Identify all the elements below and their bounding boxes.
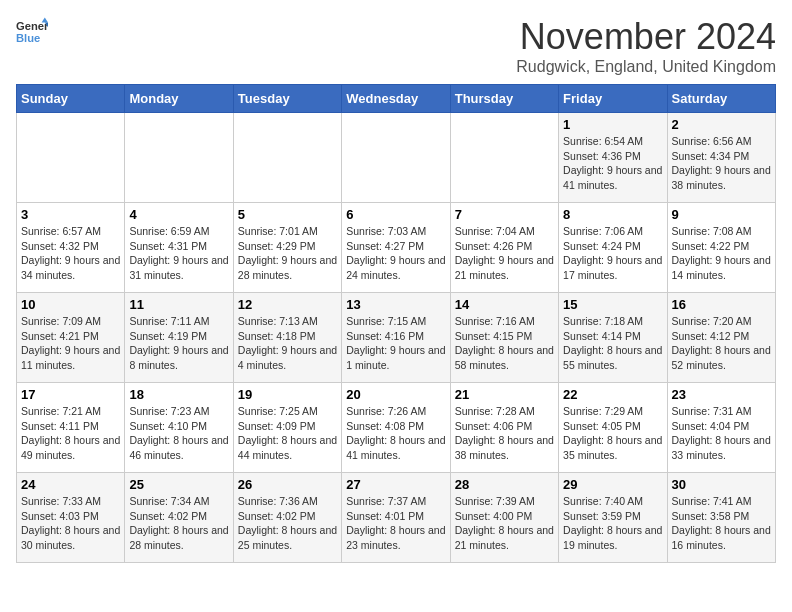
calendar-cell: 12Sunrise: 7:13 AM Sunset: 4:18 PM Dayli… (233, 293, 341, 383)
weekday-header-row: SundayMondayTuesdayWednesdayThursdayFrid… (17, 85, 776, 113)
month-title: November 2024 (516, 16, 776, 58)
calendar-cell: 26Sunrise: 7:36 AM Sunset: 4:02 PM Dayli… (233, 473, 341, 563)
calendar-cell: 25Sunrise: 7:34 AM Sunset: 4:02 PM Dayli… (125, 473, 233, 563)
day-number: 5 (238, 207, 337, 222)
day-info: Sunrise: 6:54 AM Sunset: 4:36 PM Dayligh… (563, 134, 662, 193)
day-number: 21 (455, 387, 554, 402)
day-number: 25 (129, 477, 228, 492)
day-info: Sunrise: 6:56 AM Sunset: 4:34 PM Dayligh… (672, 134, 771, 193)
day-number: 19 (238, 387, 337, 402)
calendar-cell: 13Sunrise: 7:15 AM Sunset: 4:16 PM Dayli… (342, 293, 450, 383)
day-info: Sunrise: 7:25 AM Sunset: 4:09 PM Dayligh… (238, 404, 337, 463)
calendar-cell (233, 113, 341, 203)
day-info: Sunrise: 7:01 AM Sunset: 4:29 PM Dayligh… (238, 224, 337, 283)
day-info: Sunrise: 7:06 AM Sunset: 4:24 PM Dayligh… (563, 224, 662, 283)
day-info: Sunrise: 7:33 AM Sunset: 4:03 PM Dayligh… (21, 494, 120, 553)
calendar-week-3: 10Sunrise: 7:09 AM Sunset: 4:21 PM Dayli… (17, 293, 776, 383)
calendar-cell: 27Sunrise: 7:37 AM Sunset: 4:01 PM Dayli… (342, 473, 450, 563)
day-number: 10 (21, 297, 120, 312)
calendar-cell: 9Sunrise: 7:08 AM Sunset: 4:22 PM Daylig… (667, 203, 775, 293)
day-number: 23 (672, 387, 771, 402)
day-info: Sunrise: 7:04 AM Sunset: 4:26 PM Dayligh… (455, 224, 554, 283)
calendar-cell: 1Sunrise: 6:54 AM Sunset: 4:36 PM Daylig… (559, 113, 667, 203)
day-number: 20 (346, 387, 445, 402)
day-number: 3 (21, 207, 120, 222)
weekday-header-tuesday: Tuesday (233, 85, 341, 113)
day-info: Sunrise: 7:13 AM Sunset: 4:18 PM Dayligh… (238, 314, 337, 373)
logo-icon: General Blue (16, 16, 48, 48)
calendar-week-1: 1Sunrise: 6:54 AM Sunset: 4:36 PM Daylig… (17, 113, 776, 203)
day-info: Sunrise: 7:40 AM Sunset: 3:59 PM Dayligh… (563, 494, 662, 553)
calendar-cell: 4Sunrise: 6:59 AM Sunset: 4:31 PM Daylig… (125, 203, 233, 293)
calendar-cell: 20Sunrise: 7:26 AM Sunset: 4:08 PM Dayli… (342, 383, 450, 473)
weekday-header-wednesday: Wednesday (342, 85, 450, 113)
day-number: 12 (238, 297, 337, 312)
day-number: 28 (455, 477, 554, 492)
day-info: Sunrise: 7:11 AM Sunset: 4:19 PM Dayligh… (129, 314, 228, 373)
calendar-cell (450, 113, 558, 203)
day-info: Sunrise: 7:36 AM Sunset: 4:02 PM Dayligh… (238, 494, 337, 553)
day-info: Sunrise: 7:21 AM Sunset: 4:11 PM Dayligh… (21, 404, 120, 463)
calendar-cell: 7Sunrise: 7:04 AM Sunset: 4:26 PM Daylig… (450, 203, 558, 293)
day-info: Sunrise: 7:41 AM Sunset: 3:58 PM Dayligh… (672, 494, 771, 553)
weekday-header-sunday: Sunday (17, 85, 125, 113)
calendar-week-2: 3Sunrise: 6:57 AM Sunset: 4:32 PM Daylig… (17, 203, 776, 293)
day-number: 13 (346, 297, 445, 312)
calendar-cell: 23Sunrise: 7:31 AM Sunset: 4:04 PM Dayli… (667, 383, 775, 473)
day-number: 8 (563, 207, 662, 222)
day-number: 15 (563, 297, 662, 312)
day-number: 14 (455, 297, 554, 312)
calendar-cell: 17Sunrise: 7:21 AM Sunset: 4:11 PM Dayli… (17, 383, 125, 473)
weekday-header-thursday: Thursday (450, 85, 558, 113)
day-info: Sunrise: 7:08 AM Sunset: 4:22 PM Dayligh… (672, 224, 771, 283)
day-info: Sunrise: 7:20 AM Sunset: 4:12 PM Dayligh… (672, 314, 771, 373)
weekday-header-saturday: Saturday (667, 85, 775, 113)
day-number: 4 (129, 207, 228, 222)
title-area: November 2024 Rudgwick, England, United … (516, 16, 776, 76)
calendar-cell: 28Sunrise: 7:39 AM Sunset: 4:00 PM Dayli… (450, 473, 558, 563)
calendar-cell: 19Sunrise: 7:25 AM Sunset: 4:09 PM Dayli… (233, 383, 341, 473)
day-number: 27 (346, 477, 445, 492)
calendar-cell: 22Sunrise: 7:29 AM Sunset: 4:05 PM Dayli… (559, 383, 667, 473)
calendar-cell (342, 113, 450, 203)
calendar-cell: 30Sunrise: 7:41 AM Sunset: 3:58 PM Dayli… (667, 473, 775, 563)
day-number: 29 (563, 477, 662, 492)
day-number: 6 (346, 207, 445, 222)
weekday-header-monday: Monday (125, 85, 233, 113)
svg-text:Blue: Blue (16, 32, 40, 44)
calendar-cell: 15Sunrise: 7:18 AM Sunset: 4:14 PM Dayli… (559, 293, 667, 383)
calendar-cell: 3Sunrise: 6:57 AM Sunset: 4:32 PM Daylig… (17, 203, 125, 293)
calendar-table: SundayMondayTuesdayWednesdayThursdayFrid… (16, 84, 776, 563)
calendar-cell (17, 113, 125, 203)
weekday-header-friday: Friday (559, 85, 667, 113)
calendar-cell: 16Sunrise: 7:20 AM Sunset: 4:12 PM Dayli… (667, 293, 775, 383)
day-info: Sunrise: 7:29 AM Sunset: 4:05 PM Dayligh… (563, 404, 662, 463)
day-number: 7 (455, 207, 554, 222)
day-info: Sunrise: 7:09 AM Sunset: 4:21 PM Dayligh… (21, 314, 120, 373)
calendar-cell: 18Sunrise: 7:23 AM Sunset: 4:10 PM Dayli… (125, 383, 233, 473)
calendar-cell: 6Sunrise: 7:03 AM Sunset: 4:27 PM Daylig… (342, 203, 450, 293)
day-number: 22 (563, 387, 662, 402)
calendar-cell: 11Sunrise: 7:11 AM Sunset: 4:19 PM Dayli… (125, 293, 233, 383)
day-number: 17 (21, 387, 120, 402)
calendar-body: 1Sunrise: 6:54 AM Sunset: 4:36 PM Daylig… (17, 113, 776, 563)
calendar-cell: 29Sunrise: 7:40 AM Sunset: 3:59 PM Dayli… (559, 473, 667, 563)
day-number: 9 (672, 207, 771, 222)
calendar-cell: 14Sunrise: 7:16 AM Sunset: 4:15 PM Dayli… (450, 293, 558, 383)
day-info: Sunrise: 7:23 AM Sunset: 4:10 PM Dayligh… (129, 404, 228, 463)
day-info: Sunrise: 7:15 AM Sunset: 4:16 PM Dayligh… (346, 314, 445, 373)
day-info: Sunrise: 7:16 AM Sunset: 4:15 PM Dayligh… (455, 314, 554, 373)
day-info: Sunrise: 7:34 AM Sunset: 4:02 PM Dayligh… (129, 494, 228, 553)
calendar-week-5: 24Sunrise: 7:33 AM Sunset: 4:03 PM Dayli… (17, 473, 776, 563)
day-info: Sunrise: 7:31 AM Sunset: 4:04 PM Dayligh… (672, 404, 771, 463)
calendar-cell (125, 113, 233, 203)
day-info: Sunrise: 7:03 AM Sunset: 4:27 PM Dayligh… (346, 224, 445, 283)
day-info: Sunrise: 7:26 AM Sunset: 4:08 PM Dayligh… (346, 404, 445, 463)
day-info: Sunrise: 7:39 AM Sunset: 4:00 PM Dayligh… (455, 494, 554, 553)
day-number: 18 (129, 387, 228, 402)
day-number: 26 (238, 477, 337, 492)
page-header: General Blue General Blue November 2024 … (16, 16, 776, 76)
day-number: 11 (129, 297, 228, 312)
calendar-cell: 5Sunrise: 7:01 AM Sunset: 4:29 PM Daylig… (233, 203, 341, 293)
calendar-cell: 10Sunrise: 7:09 AM Sunset: 4:21 PM Dayli… (17, 293, 125, 383)
